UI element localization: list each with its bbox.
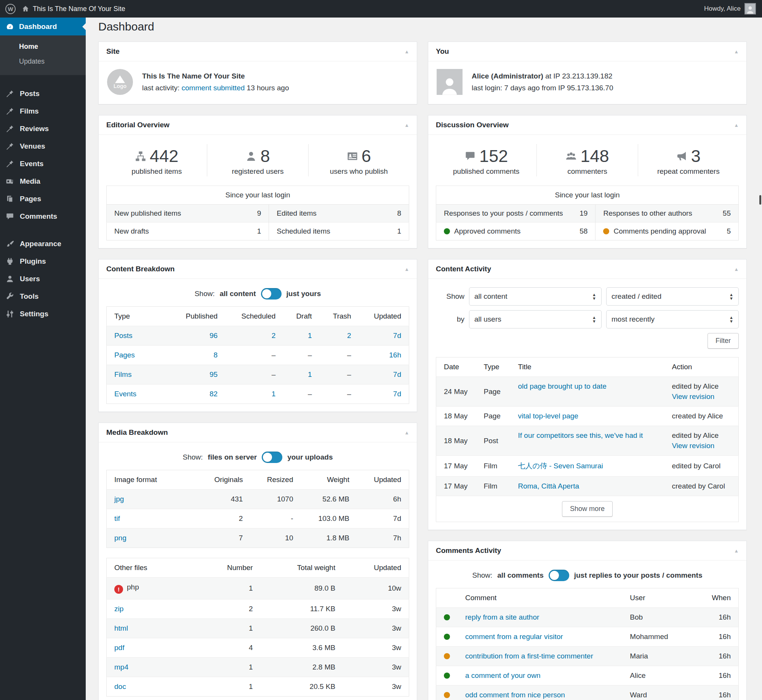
- sidebar-item-events[interactable]: Events: [0, 155, 86, 173]
- last-activity-link[interactable]: comment submitted: [181, 84, 245, 92]
- activity-title-link[interactable]: 七人の侍 - Seven Samurai: [518, 462, 603, 470]
- format-link[interactable]: tif: [114, 514, 120, 522]
- format-link[interactable]: html: [114, 624, 128, 632]
- comment-link[interactable]: reply from a site author: [465, 613, 539, 621]
- sidebar-item-films[interactable]: Films: [0, 103, 86, 120]
- sidebar-item-comments[interactable]: Comments: [0, 208, 86, 225]
- activity-title-link[interactable]: old page brought up to date: [518, 382, 607, 390]
- comment-when: 16h: [704, 666, 738, 686]
- count-link[interactable]: 2: [272, 332, 276, 340]
- toggle-left-label: files on server: [208, 453, 257, 461]
- sidebar-item-appearance[interactable]: Appearance: [0, 235, 86, 253]
- cell-value: 1.8 MB: [301, 529, 357, 548]
- action-mode-select[interactable]: created / edited ▲▼: [606, 287, 739, 306]
- plugins-icon: [6, 257, 14, 266]
- show-label: Show:: [183, 453, 203, 461]
- activity-title-link[interactable]: Roma, Città Aperta: [518, 482, 580, 490]
- activity-title-link[interactable]: If our competitors see this, we've had i…: [518, 431, 643, 439]
- cell-value: 431: [197, 490, 251, 509]
- collapse-icon[interactable]: ▲: [734, 122, 739, 128]
- comment-user: Maria: [622, 647, 704, 666]
- comment-link[interactable]: odd comment from nice person: [465, 691, 565, 699]
- comments-scope-toggle[interactable]: [549, 570, 569, 581]
- format-link[interactable]: jpg: [114, 495, 124, 503]
- sidebar-item-pages[interactable]: Pages: [0, 190, 86, 208]
- other-files-table: Other files Number Total weight Updated …: [106, 558, 409, 697]
- sidebar-menu: Posts Films Reviews Venues Events Media …: [0, 75, 86, 323]
- sidebar-item-venues[interactable]: Venues: [0, 138, 86, 155]
- comments-toggle-row: Show: all comments just replies to your …: [436, 567, 739, 588]
- format-link[interactable]: mp4: [114, 663, 128, 671]
- since-label: Edited items: [269, 205, 385, 223]
- updated-link[interactable]: 7d: [393, 370, 401, 378]
- collapse-icon[interactable]: ▲: [734, 49, 739, 54]
- stat-label: published items: [106, 167, 207, 176]
- count-link[interactable]: 82: [210, 390, 218, 398]
- admin-bar-site-link[interactable]: This Is The Name Of Your Site: [22, 5, 125, 13]
- show-label: Show: [446, 292, 464, 301]
- format-link[interactable]: zip: [114, 605, 123, 613]
- count-link[interactable]: 8: [213, 351, 218, 359]
- count-link[interactable]: 2: [347, 332, 351, 340]
- format-link[interactable]: png: [114, 534, 126, 542]
- activity-title-link[interactable]: vital top-level page: [518, 412, 578, 420]
- admin-bar-account[interactable]: Howdy, Alice: [704, 3, 762, 14]
- scrollbar-thumb[interactable]: [759, 195, 761, 205]
- count-link[interactable]: 95: [210, 370, 218, 378]
- status-dot: [444, 228, 450, 234]
- count-link[interactable]: 96: [210, 332, 218, 340]
- content-type-select[interactable]: all content ▲▼: [469, 287, 602, 306]
- stat-repeat-commenters: 3 repeat commenters: [638, 144, 739, 176]
- type-link[interactable]: Events: [114, 390, 136, 398]
- format-link[interactable]: doc: [114, 682, 126, 690]
- sidebar-item-posts[interactable]: Posts: [0, 85, 86, 103]
- sidebar-item-updates[interactable]: Updates: [0, 54, 86, 69]
- sidebar-item-users[interactable]: Users: [0, 270, 86, 288]
- updated-link[interactable]: 7d: [393, 390, 401, 398]
- cell-value: 3w: [343, 619, 409, 638]
- widget-title: You: [436, 47, 449, 56]
- count-link[interactable]: 1: [308, 370, 312, 378]
- type-link[interactable]: Posts: [114, 332, 133, 340]
- sidebar-item-media[interactable]: Media: [0, 173, 86, 190]
- comment-when: 16h: [704, 627, 738, 647]
- comment-link[interactable]: contribution from a first-time commenter: [465, 652, 593, 660]
- sidebar-item-label: Reviews: [20, 125, 49, 133]
- users-select[interactable]: all users ▲▼: [469, 310, 602, 328]
- order-select[interactable]: most recently ▲▼: [606, 310, 739, 328]
- collapse-icon[interactable]: ▲: [404, 266, 409, 272]
- comment-link[interactable]: comment from a regular visitor: [465, 633, 563, 641]
- collapse-icon[interactable]: ▲: [734, 266, 739, 272]
- sidebar-item-reviews[interactable]: Reviews: [0, 120, 86, 138]
- updated-link[interactable]: 7d: [393, 332, 401, 340]
- type-link[interactable]: Pages: [114, 351, 135, 359]
- show-label: Show:: [472, 571, 492, 580]
- format-link[interactable]: pdf: [114, 644, 124, 652]
- sidebar-item-tools[interactable]: Tools: [0, 288, 86, 305]
- widget-title: Content Breakdown: [106, 265, 174, 273]
- count-link[interactable]: 1: [272, 390, 276, 398]
- show-more-button[interactable]: Show more: [562, 501, 613, 517]
- sidebar-item-plugins[interactable]: Plugins: [0, 253, 86, 270]
- count-link[interactable]: 1: [308, 332, 312, 340]
- updated-link[interactable]: 16h: [389, 351, 401, 359]
- collapse-icon[interactable]: ▲: [404, 430, 409, 436]
- sidebar-item-home[interactable]: Home: [0, 39, 86, 54]
- collapse-icon[interactable]: ▲: [734, 548, 739, 554]
- content-scope-toggle[interactable]: [261, 288, 282, 300]
- cell-value: 89.0 B: [261, 578, 343, 599]
- media-scope-toggle[interactable]: [262, 452, 282, 463]
- type-link[interactable]: Films: [114, 370, 131, 378]
- activity-action: created by Carol: [672, 482, 731, 490]
- wordpress-logo-icon[interactable]: W: [5, 4, 16, 14]
- collapse-icon[interactable]: ▲: [404, 49, 409, 54]
- sidebar-item-label: Dashboard: [19, 22, 57, 31]
- sidebar-item-settings[interactable]: Settings: [0, 305, 86, 323]
- filter-button[interactable]: Filter: [708, 333, 739, 349]
- sidebar-item-dashboard[interactable]: Dashboard: [0, 18, 86, 35]
- collapse-icon[interactable]: ▲: [404, 122, 409, 128]
- activity-date: 18 May: [436, 426, 476, 456]
- comment-link[interactable]: a comment of your own: [465, 671, 540, 679]
- view-revision-link[interactable]: View revision: [672, 392, 715, 400]
- view-revision-link[interactable]: View revision: [672, 442, 715, 450]
